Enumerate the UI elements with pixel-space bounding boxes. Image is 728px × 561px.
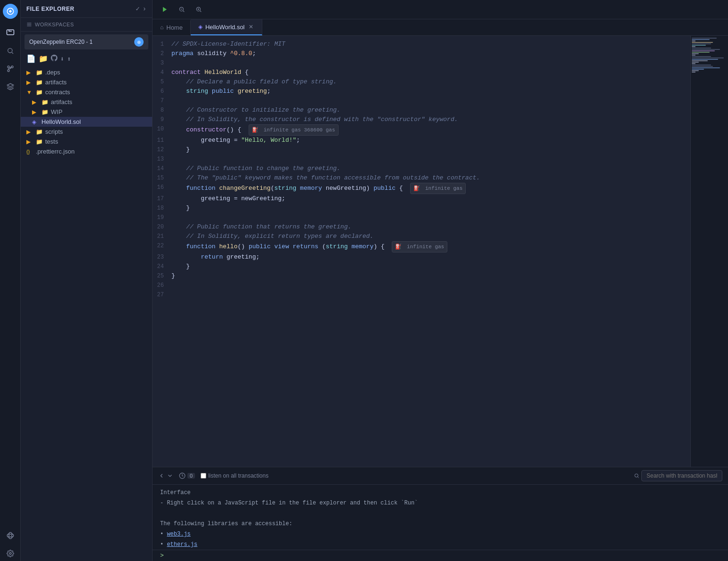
tree-item-prettierrc[interactable]: {} .prettierrc.json (21, 146, 152, 156)
tab-home[interactable]: ⌂ Home (153, 20, 191, 35)
new-folder-icon[interactable]: 📁 (39, 54, 48, 64)
code-line-18: 18 } (153, 203, 690, 213)
code-line-13: 13 (153, 154, 690, 164)
workspace-selector[interactable]: OpenZeppelin ERC20 - 1 ⊕ (24, 34, 148, 49)
workspace-name: OpenZeppelin ERC20 - 1 (29, 39, 93, 45)
code-line-1: 1 // SPDX-License-Identifier: MIT (153, 40, 690, 49)
sidebar: FILE EXPLORER ✓ › WORKSPACES OpenZeppeli… (21, 0, 153, 561)
console-line-interface: Interface (160, 488, 720, 497)
github-icon[interactable] (51, 55, 57, 64)
tree-label-prettierrc: .prettierrc.json (36, 148, 148, 155)
folder-icon: ▶ (26, 138, 33, 145)
folder-icon: ▶ (32, 109, 39, 115)
tab-helloworld[interactable]: ◈ HelloWorld.sol ✕ (191, 19, 262, 35)
main-area: ⌂ Home ◈ HelloWorld.sol ✕ 1 // SPDX-Lice… (153, 0, 728, 561)
app-logo[interactable] (3, 4, 18, 19)
listen-input[interactable] (201, 473, 206, 479)
tx-search-input[interactable] (641, 470, 722, 481)
plugin-icon[interactable] (3, 528, 18, 543)
code-line-19: 19 (153, 213, 690, 222)
svg-point-4 (8, 66, 9, 68)
run-button[interactable] (158, 3, 171, 16)
code-line-25: 25 } (153, 271, 690, 281)
listen-label: listen on all transactions (208, 472, 268, 479)
code-line-10: 10 constructor() { ⛽ infinite gas 368600… (153, 124, 690, 136)
svg-rect-9 (11, 535, 13, 537)
code-line-14: 14 // Public function to change the gree… (153, 164, 690, 173)
svg-point-3 (8, 70, 9, 72)
file-tree-toolbar: 📄 📁 ⬇ ⬆ (21, 52, 152, 65)
tree-label-helloworld: HelloWorld.sol (41, 118, 148, 125)
tree-label-wip: WIP (51, 108, 148, 115)
editor-tabs: ⌂ Home ◈ HelloWorld.sol ✕ (153, 19, 728, 36)
code-line-2: 2 pragma solidity ^0.8.0; (153, 49, 690, 58)
check-icon[interactable]: ✓ (136, 5, 139, 13)
listen-checkbox[interactable]: listen on all transactions (201, 472, 268, 479)
tree-label-scripts: scripts (45, 128, 148, 135)
upload-icon[interactable]: ⬆ (67, 55, 71, 63)
hamburger-icon (26, 22, 32, 27)
workspaces-label: WORKSPACES (35, 22, 74, 27)
workspaces-bar: WORKSPACES (21, 18, 152, 32)
editor-area: 1 // SPDX-License-Identifier: MIT 2 prag… (153, 36, 728, 467)
main-toolbar (153, 0, 728, 19)
tree-label-contracts: contracts (45, 89, 148, 96)
prompt-caret: > (160, 552, 164, 559)
tree-item-artifacts-contracts[interactable]: ▶ 📁 artifacts (21, 97, 152, 107)
code-line-16: 16 function changeGreeting(string memory… (153, 183, 690, 194)
code-line-11: 11 greeting = "Hello, World!"; (153, 136, 690, 145)
web3-link[interactable]: web3.js (167, 531, 190, 537)
tab-close-button[interactable]: ✕ (248, 23, 254, 31)
ethers-link[interactable]: ethers.js (167, 541, 197, 548)
svg-point-21 (635, 474, 638, 477)
file-explorer-icon[interactable] (3, 25, 18, 41)
zoom-out-button[interactable] (175, 3, 188, 16)
folder-glyph-scripts: 📁 (36, 129, 42, 135)
code-line-3: 3 (153, 58, 690, 68)
source-control-icon[interactable] (3, 61, 18, 76)
folder-icon: ▶ (26, 129, 33, 135)
icon-bar (0, 0, 21, 561)
file-icon-sol: ◈ (32, 119, 39, 125)
tree-item-wip[interactable]: ▶ 📁 WIP (21, 107, 152, 117)
new-file-icon[interactable]: 📄 (26, 54, 36, 64)
clock-btn[interactable]: 0 (179, 472, 195, 479)
zoom-in-button[interactable] (192, 3, 205, 16)
sidebar-header: FILE EXPLORER ✓ › (21, 0, 152, 18)
sidebar-title-actions: ✓ › (136, 5, 146, 13)
bottom-panel: 0 listen on all transactions Interface -… (153, 467, 728, 561)
code-editor[interactable]: 1 // SPDX-License-Identifier: MIT 2 prag… (153, 36, 690, 467)
tree-item-scripts[interactable]: ▶ 📁 scripts (21, 127, 152, 137)
arrow-icon[interactable]: › (143, 5, 146, 13)
folder-icon: ▶ (32, 99, 39, 106)
code-line-7: 7 (153, 96, 690, 106)
download-icon[interactable]: ⬇ (60, 55, 64, 63)
collapse-btn[interactable] (158, 472, 173, 479)
tree-item-helloworld[interactable]: ◈ HelloWorld.sol (21, 117, 152, 127)
folder-glyph-tests: 📁 (36, 138, 42, 145)
tree-label-artifacts-contracts: artifacts (51, 98, 148, 106)
tree-item-deps[interactable]: ▶ 📁 .deps (21, 67, 152, 77)
chevron-down-icon (167, 472, 173, 479)
tree-item-contracts[interactable]: ▼ 📁 contracts (21, 87, 152, 97)
code-line-9: 9 // In Solidity, the constructor is def… (153, 115, 690, 124)
clock-icon (179, 472, 186, 479)
svg-marker-14 (163, 7, 167, 12)
folder-icon: ▶ (26, 69, 33, 76)
code-line-20: 20 // Public function that returns the g… (153, 222, 690, 232)
settings-icon[interactable] (3, 546, 18, 561)
deploy-icon[interactable] (3, 79, 18, 94)
tree-item-tests[interactable]: ▶ 📁 tests (21, 137, 152, 146)
tree-item-artifacts-root[interactable]: ▶ 📁 artifacts (21, 77, 152, 87)
minimap (690, 36, 728, 467)
gas-badge-constructor: ⛽ infinite gas 368600 gas (249, 124, 338, 136)
code-line-22: 22 function hello() public view returns … (153, 241, 690, 252)
tree-label-tests: tests (45, 138, 148, 145)
sidebar-title: FILE EXPLORER (26, 6, 74, 12)
svg-point-10 (9, 553, 11, 554)
code-line-15: 15 // The "public" keyword makes the fun… (153, 173, 690, 183)
search-global-icon[interactable] (3, 43, 18, 58)
code-line-6: 6 string public greeting; (153, 87, 690, 96)
tree-label-deps: .deps (45, 69, 148, 76)
code-line-23: 23 return greeting; (153, 252, 690, 262)
